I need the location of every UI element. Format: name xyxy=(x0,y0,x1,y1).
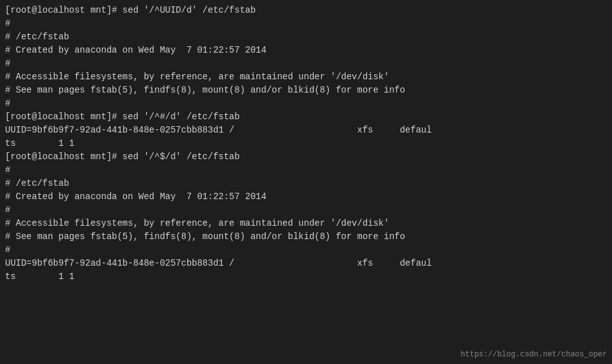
terminal-line: # Created by anaconda on Wed May 7 01:22… xyxy=(5,44,607,57)
terminal-line: # Created by anaconda on Wed May 7 01:22… xyxy=(5,190,607,204)
terminal-line: ts 1 1 xyxy=(5,137,607,150)
terminal-line: # xyxy=(5,244,607,257)
terminal-line: # xyxy=(5,97,607,110)
terminal-line: # See man pages fstab(5), findfs(8), mou… xyxy=(5,230,607,244)
terminal-line: # /etc/fstab xyxy=(5,177,607,190)
terminal-line: # xyxy=(5,57,607,70)
terminal-line: UUID=9bf6b9f7-92ad-441b-848e-0257cbb883d… xyxy=(5,124,607,137)
terminal-line: # See man pages fstab(5), findfs(8), mou… xyxy=(5,84,607,97)
terminal-line: ts 1 1 xyxy=(5,270,607,283)
terminal-line: # /etc/fstab xyxy=(5,30,607,44)
terminal-line: # xyxy=(5,204,607,217)
terminal-line: # Accessible filesystems, by reference, … xyxy=(5,217,607,230)
terminal-line: # xyxy=(5,17,607,30)
terminal-line: [root@localhost mnt]# sed '/^#/d' /etc/f… xyxy=(5,110,607,124)
terminal-content: [root@localhost mnt]# sed '/^UUID/d' /et… xyxy=(5,4,607,283)
terminal-window: [root@localhost mnt]# sed '/^UUID/d' /et… xyxy=(0,0,612,364)
watermark: https://blog.csdn.net/chaos_oper xyxy=(461,350,607,359)
terminal-line: [root@localhost mnt]# sed '/^UUID/d' /et… xyxy=(5,4,607,17)
terminal-line: UUID=9bf6b9f7-92ad-441b-848e-0257cbb883d… xyxy=(5,257,607,270)
terminal-line: [root@localhost mnt]# sed '/^$/d' /etc/f… xyxy=(5,150,607,164)
terminal-line: # Accessible filesystems, by reference, … xyxy=(5,70,607,84)
terminal-line: # xyxy=(5,164,607,177)
